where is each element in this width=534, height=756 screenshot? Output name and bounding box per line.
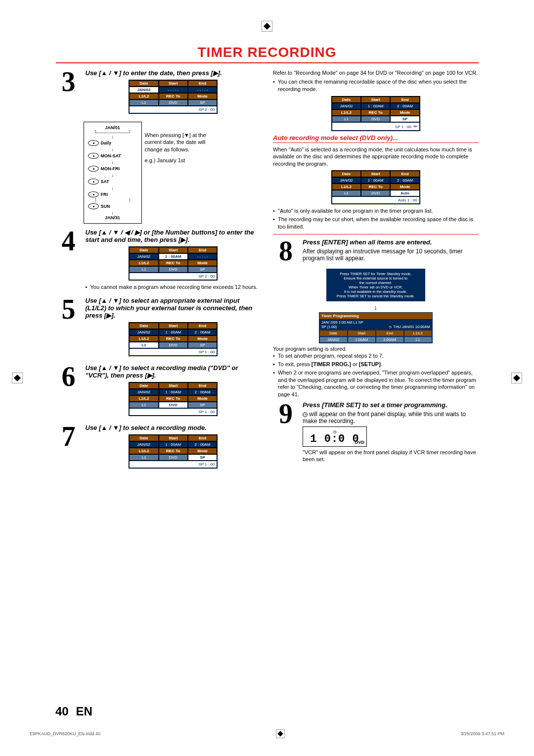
step-4: 4 Use [▲ / ▼ / ◀ / ▶] or [the Number but… [56, 229, 262, 292]
step-5-table: DateStartEnd JAN/021 : 00AM2 : 00AM L1/L… [129, 322, 218, 356]
lcd-display: ◷ 1 0:0 0 DVD [303, 426, 367, 447]
step-7: 7 Use [▲ / ▼] to select a recording mode… [56, 424, 262, 472]
page-title: TIMER RECORDING [56, 45, 479, 63]
step-6: 6 Use [▲ / ▼] to select a recording medi… [56, 364, 262, 419]
step-4-table: DateStartEnd JAN/021 : 00AM- - : - - L1/… [129, 246, 218, 281]
pencil-icon: ✎ [412, 123, 418, 130]
crop-marker-right [511, 373, 522, 383]
step-num: 3 [56, 69, 82, 117]
date-flow-wrap: JAN/01 Daily MON-SAT MON-FRI SAT FRI SUN… [84, 122, 262, 224]
left-column: 3 Use [▲ / ▼] to enter the date, then pr… [56, 69, 262, 476]
eye-icon [88, 140, 99, 146]
doc-footer: E9PKAUD_DVR620KU_EN.indd 40 3/25/2009 3:… [30, 729, 504, 738]
eye-icon [88, 153, 99, 159]
eye-icon [88, 191, 99, 197]
date-flow-box: JAN/01 Daily MON-SAT MON-FRI SAT FRI SUN… [84, 122, 142, 224]
arrow-down-icon: ↓ [273, 303, 479, 311]
right-column: Refer to "Recording Mode" on page 34 for… [273, 69, 479, 476]
step-9: 9 Press [TIMER SET] to set a timer progr… [273, 401, 479, 463]
step-8: 8 Press [ENTER] when all items are enter… [273, 238, 479, 263]
eye-icon [88, 203, 99, 209]
crop-marker-bottom [276, 729, 285, 738]
timer-programming-box: Timer Programming JAN/ 2/09 1:00 AM L1 S… [319, 312, 433, 343]
page-number: 40 EN [55, 705, 92, 718]
right-intro-table: DateStartEnd JAN/021 : 00AM2 : 00AM L1/L… [331, 96, 420, 131]
eye-icon [88, 166, 99, 172]
crop-marker-top [262, 21, 272, 32]
step-5: 5 Use [▲ / ▼] to select an appropriate e… [56, 297, 262, 359]
step-3: 3 Use [▲ / ▼] to enter the date, then pr… [56, 69, 262, 117]
auto-mode-heading: Auto recording mode select (DVD only)... [273, 134, 479, 142]
step-7-table: DateStartEnd JAN/021 : 00AM2 : 00AM L1/L… [129, 434, 218, 469]
auto-mode-table: DateStartEnd JAN/021 : 00AM2 : 00AM L1/L… [331, 170, 420, 204]
step-6-table: DateStartEnd JAN/021 : 00AM2 : 00AM L1/L… [129, 382, 218, 416]
eye-icon [88, 179, 99, 185]
content-columns: 3 Use [▲ / ▼] to enter the date, then pr… [56, 69, 479, 476]
message-box: Press TIMER SET for Timer Standby mode. … [326, 269, 425, 301]
step-3-table: DateStartEnd JAN/02- - : - -- - : - - L1… [129, 80, 218, 114]
clock-icon: ◷ [388, 325, 393, 330]
timer-icon: ◷ [303, 412, 308, 417]
step-3-lead: Use [▲ / ▼] to enter the date, then pres… [86, 69, 222, 77]
date-flow-note: When pressing [▼] at the current date, t… [145, 122, 214, 164]
crop-marker-left [12, 373, 23, 383]
divider [273, 234, 479, 235]
